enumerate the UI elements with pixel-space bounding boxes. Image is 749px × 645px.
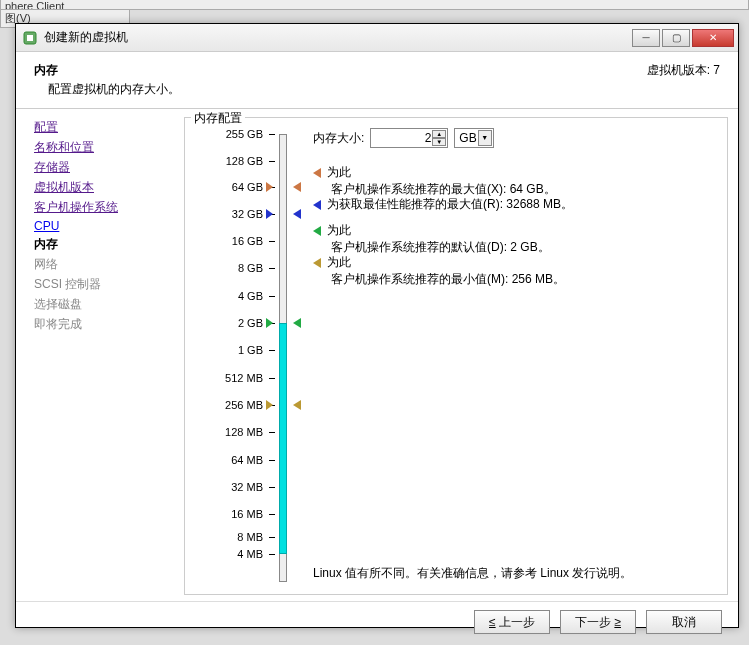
next-button[interactable]: 下一步 ≥ xyxy=(560,610,636,634)
memory-scale: 255 GB128 GB64 GB32 GB16 GB8 GB4 GB2 GB1… xyxy=(197,128,275,588)
marker-scale-0 xyxy=(266,182,273,192)
vm-version-label: 虚拟机版本: 7 xyxy=(647,62,720,79)
marker-1[interactable] xyxy=(293,209,301,219)
wizard-step-6: 内存 xyxy=(34,236,169,253)
scale-tick-label: 8 MB xyxy=(237,531,263,543)
memory-size-input[interactable]: 2 ▲▼ xyxy=(370,128,448,148)
chevron-down-icon: ▼ xyxy=(478,130,492,146)
page-title: 内存 xyxy=(34,62,647,79)
scale-tick-label: 2 GB xyxy=(238,317,263,329)
wizard-step-1[interactable]: 名称和位置 xyxy=(34,139,169,156)
page-subtitle: 配置虚拟机的内存大小。 xyxy=(48,81,647,98)
marker-2[interactable] xyxy=(293,318,301,328)
scale-tick-label: 256 MB xyxy=(225,399,263,411)
wizard-step-3[interactable]: 虚拟机版本 xyxy=(34,179,169,196)
scale-tick-label: 8 GB xyxy=(238,262,263,274)
linux-note: Linux 值有所不同。有关准确信息，请参考 Linux 发行说明。 xyxy=(313,565,632,582)
maximize-button[interactable]: ▢ xyxy=(662,29,690,47)
dialog-footer: ≤ 上一步 下一步 ≥ 取消 xyxy=(16,601,738,642)
scale-tick-label: 16 MB xyxy=(231,508,263,520)
marker-3[interactable] xyxy=(293,400,301,410)
scale-tick-label: 128 MB xyxy=(225,426,263,438)
wizard-step-4[interactable]: 客户机操作系统 xyxy=(34,199,169,216)
memory-size-label: 内存大小: xyxy=(313,130,364,147)
scale-tick-label: 32 MB xyxy=(231,481,263,493)
close-button[interactable]: ✕ xyxy=(692,29,734,47)
recommendation-2: 为此客户机操作系统推荐的默认值(D): 2 GB。 xyxy=(313,222,550,256)
wizard-step-8: SCSI 控制器 xyxy=(34,276,169,293)
wizard-step-9: 选择磁盘 xyxy=(34,296,169,313)
cancel-button[interactable]: 取消 xyxy=(646,610,722,634)
recommendation-1: 为获取最佳性能推荐的最大值(R): 32688 MB。 xyxy=(313,196,573,213)
wizard-step-7: 网络 xyxy=(34,256,169,273)
groupbox-title: 内存配置 xyxy=(191,110,245,127)
scale-tick-label: 4 GB xyxy=(238,290,263,302)
scale-tick-label: 64 MB xyxy=(231,454,263,466)
memory-groupbox: 内存配置 255 GB128 GB64 GB32 GB16 GB8 GB4 GB… xyxy=(184,117,728,595)
wizard-step-2[interactable]: 存储器 xyxy=(34,159,169,176)
wizard-sidebar: 配置名称和位置存储器虚拟机版本客户机操作系统CPU内存网络SCSI 控制器选择磁… xyxy=(16,109,176,601)
scale-tick-label: 32 GB xyxy=(232,208,263,220)
scale-tick-label: 512 MB xyxy=(225,372,263,384)
scale-tick-label: 1 GB xyxy=(238,344,263,356)
svg-rect-1 xyxy=(27,35,33,41)
scale-tick-label: 255 GB xyxy=(226,128,263,140)
scale-tick-label: 16 GB xyxy=(232,235,263,247)
create-vm-dialog: 创建新的虚拟机 ─ ▢ ✕ 内存 配置虚拟机的内存大小。 虚拟机版本: 7 配置… xyxy=(15,23,739,628)
memory-unit-select[interactable]: GB ▼ xyxy=(454,128,493,148)
marker-scale-2 xyxy=(266,318,273,328)
dialog-title: 创建新的虚拟机 xyxy=(44,29,630,46)
app-icon xyxy=(22,30,38,46)
scale-tick-label: 4 MB xyxy=(237,548,263,560)
marker-scale-1 xyxy=(266,209,273,219)
back-button[interactable]: ≤ 上一步 xyxy=(474,610,550,634)
marker-0[interactable] xyxy=(293,182,301,192)
memory-markers xyxy=(293,128,313,588)
wizard-step-10: 即将完成 xyxy=(34,316,169,333)
parent-window-title: phere Client xyxy=(0,0,749,10)
memory-info: 内存大小: 2 ▲▼ GB ▼ 为此客户机操作系统推荐的最大值(X): 64 G… xyxy=(313,128,717,588)
marker-scale-3 xyxy=(266,400,273,410)
memory-slider[interactable] xyxy=(275,128,293,588)
recommendation-0: 为此客户机操作系统推荐的最大值(X): 64 GB。 xyxy=(313,164,556,198)
dialog-titlebar: 创建新的虚拟机 ─ ▢ ✕ xyxy=(16,24,738,52)
recommendation-3: 为此客户机操作系统推荐的最小值(M): 256 MB。 xyxy=(313,254,565,288)
memory-spinner[interactable]: ▲▼ xyxy=(432,130,446,146)
minimize-button[interactable]: ─ xyxy=(632,29,660,47)
scale-tick-label: 128 GB xyxy=(226,155,263,167)
wizard-step-5[interactable]: CPU xyxy=(34,219,169,233)
wizard-step-0[interactable]: 配置 xyxy=(34,119,169,136)
scale-tick-label: 64 GB xyxy=(232,181,263,193)
